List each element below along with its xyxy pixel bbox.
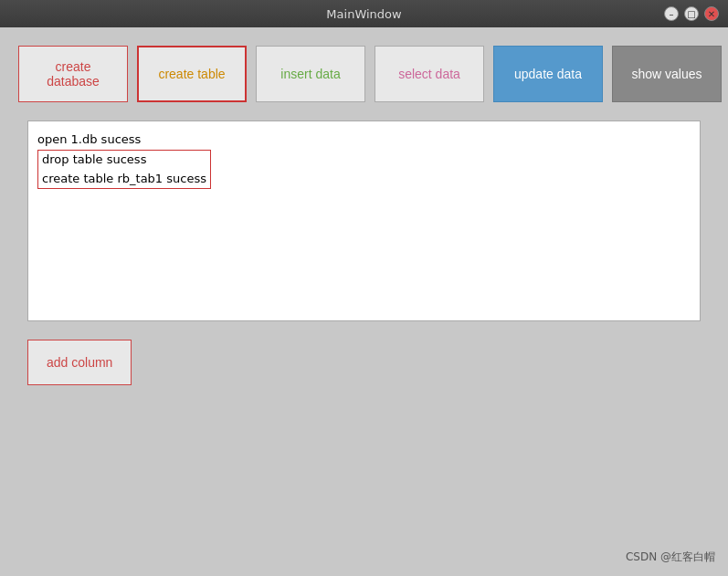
- create-table-button[interactable]: create table: [137, 46, 247, 102]
- window-controls[interactable]: – □ ✕: [664, 6, 719, 21]
- show-values-button[interactable]: show values: [612, 46, 722, 102]
- close-button[interactable]: ✕: [704, 6, 719, 21]
- select-data-button[interactable]: select data: [375, 46, 484, 102]
- main-content: create database create table insert data…: [0, 27, 728, 576]
- watermark: CSDN @红客白帽: [626, 550, 715, 565]
- output-line-2: drop table sucess: [42, 151, 206, 170]
- output-highlighted-block: drop table sucess create table rb_tab1 s…: [37, 150, 211, 190]
- window-title: MainWindow: [64, 7, 664, 21]
- minimize-button[interactable]: –: [664, 6, 679, 21]
- add-column-button[interactable]: add column: [27, 340, 132, 385]
- title-bar: MainWindow – □ ✕: [0, 0, 728, 27]
- output-line-3: create table rb_tab1 sucess: [42, 170, 206, 189]
- output-area: open 1.db sucess drop table sucess creat…: [27, 120, 701, 321]
- toolbar: create database create table insert data…: [18, 46, 710, 102]
- insert-data-button[interactable]: insert data: [256, 46, 365, 102]
- update-data-button[interactable]: update data: [493, 46, 603, 102]
- maximize-button[interactable]: □: [684, 6, 699, 21]
- create-database-button[interactable]: create database: [18, 46, 128, 102]
- output-line-1: open 1.db sucess: [37, 131, 691, 150]
- bottom-controls: add column: [18, 340, 710, 385]
